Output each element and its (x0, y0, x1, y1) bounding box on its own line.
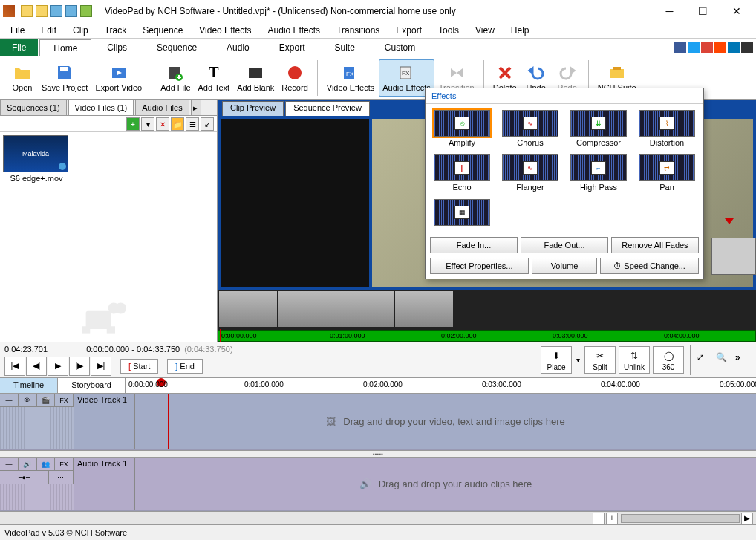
effect-distortion[interactable]: ⌇Distortion (635, 108, 699, 149)
linkedin-icon[interactable] (728, 42, 740, 53)
timeline-ruler[interactable]: 0:00:00.000 0:01:00.000 0:02:00.000 0:03… (126, 378, 756, 393)
effect-compressor[interactable]: ⇊Compressor (567, 108, 630, 149)
bin-list-icon[interactable]: ☰ (186, 117, 199, 131)
qat-save-icon[interactable] (50, 5, 62, 17)
start-button[interactable]: [Start (120, 359, 158, 374)
atrack-more-button[interactable]: ⋯ (49, 471, 74, 484)
goto-end-button[interactable]: ▶| (91, 357, 111, 376)
menu-video-effects[interactable]: Video Effects (192, 24, 258, 37)
bin-tab-audio-files[interactable]: Audio Files (135, 100, 189, 115)
atrack-collapse-button[interactable]: — (0, 458, 19, 470)
zoom-in-button[interactable]: 🔍 (716, 352, 732, 368)
audio-track-body[interactable]: 🔊 Drag and drop your audio clips here (135, 458, 756, 510)
maximize-button[interactable]: ☐ (686, 0, 720, 22)
effect-chorus[interactable]: ∿Chorus (498, 108, 562, 149)
volume-button[interactable]: Volume (532, 258, 598, 274)
tab-suite[interactable]: Suite (320, 39, 368, 56)
menu-edit[interactable]: Edit (33, 24, 64, 37)
place-button[interactable]: ⬇Place (541, 346, 572, 374)
stumble-icon[interactable] (714, 42, 726, 53)
fade-in-button[interactable]: Fade In... (430, 237, 518, 253)
qat-undo-icon[interactable] (65, 5, 77, 17)
effect-reverb[interactable]: ▦ (430, 198, 494, 227)
menu-tools[interactable]: Tools (431, 24, 466, 37)
place-dropdown[interactable]: ▾ (575, 356, 581, 364)
save-project-button[interactable]: Save Project (39, 59, 91, 97)
tab-export[interactable]: Export (265, 39, 319, 56)
add-file-button[interactable]: Add File (157, 59, 193, 97)
atrack-volume-slider[interactable]: ━●━ (0, 471, 49, 484)
play-button[interactable]: ▶ (48, 357, 68, 376)
facebook-icon[interactable] (674, 42, 686, 53)
h-scrollbar[interactable] (621, 514, 740, 523)
bin-tab-more[interactable]: ▸ (191, 100, 201, 115)
unlink-button[interactable]: ⇅Unlink (619, 346, 650, 374)
fade-out-button[interactable]: Fade Out... (521, 237, 608, 253)
open-button[interactable]: Open (7, 59, 37, 97)
tab-home[interactable]: Home (39, 39, 91, 56)
track-fx-button[interactable]: FX (55, 394, 74, 406)
preview-tab-clip[interactable]: Clip Preview (222, 101, 284, 116)
filmstrip-thumb[interactable] (395, 291, 453, 327)
minimize-button[interactable]: ─ (653, 0, 686, 22)
bin-place-icon[interactable]: ↙ (201, 117, 214, 131)
video-effects-button[interactable]: FXVideo Effects (324, 59, 377, 97)
remove-fades-button[interactable]: Remove All Fades (611, 237, 699, 253)
twitter-icon[interactable] (688, 42, 700, 53)
delicious-icon[interactable] (741, 42, 753, 53)
export-video-button[interactable]: Export Video (92, 59, 145, 97)
track-splitter[interactable]: ▪▪▪▪▪ (0, 450, 756, 458)
bin-tab-video-files[interactable]: Video Files (1) (68, 100, 134, 115)
preview-tab-sequence[interactable]: Sequence Preview (285, 101, 370, 116)
add-text-button[interactable]: TAdd Text (195, 59, 233, 97)
bin-tab-sequences[interactable]: Sequences (1) (0, 100, 67, 115)
atrack-mute-button[interactable]: 🔊 (19, 458, 37, 470)
filmstrip[interactable] (218, 290, 756, 330)
googleplus-icon[interactable] (701, 42, 713, 53)
menu-file[interactable]: File (3, 24, 32, 37)
effect-flanger[interactable]: ∿Flanger (498, 153, 562, 193)
clip-item[interactable]: Malavida S6 edge+.mov (3, 135, 70, 183)
menu-help[interactable]: Help (504, 24, 537, 37)
goto-start-button[interactable]: |◀ (4, 357, 25, 376)
track-collapse-button[interactable]: — (0, 394, 19, 406)
speed-change-button[interactable]: ⏱ Speed Change... (600, 258, 699, 274)
effect-pan[interactable]: ⇄Pan (635, 153, 699, 193)
step-back-button[interactable]: ◀| (26, 357, 47, 376)
video-track-body[interactable]: 🖼 Drag and drop your video, text and ima… (135, 394, 756, 449)
end-button[interactable]: ]End (167, 359, 203, 374)
360-button[interactable]: ◯360 (653, 346, 684, 374)
record-button[interactable]: Record (278, 59, 310, 97)
step-fwd-button[interactable]: |▶ (69, 357, 90, 376)
menu-audio-effects[interactable]: Audio Effects (261, 24, 328, 37)
effect-properties-button[interactable]: Effect Properties... (430, 258, 529, 274)
overflow-button[interactable]: » (735, 352, 752, 368)
menu-view[interactable]: View (468, 24, 502, 37)
filmstrip-thumb[interactable] (219, 291, 277, 327)
file-tab[interactable]: File (0, 39, 38, 56)
scroll-right-icon[interactable]: ▶ (741, 513, 753, 524)
qat-redo-icon[interactable] (80, 5, 92, 17)
bin-dropdown-icon[interactable]: ▾ (141, 117, 154, 131)
preview-ruler[interactable]: 0:00:00.000 0:01:00.000 0:02:00.000 0:03… (218, 330, 756, 342)
audio-track-label[interactable]: Audio Track 1 (74, 458, 135, 510)
effect-echo[interactable]: ‖Echo (430, 153, 494, 193)
timeline-tab[interactable]: Timeline (0, 378, 58, 393)
timeline-scroll-zoom[interactable]: − + ▶ (0, 511, 756, 524)
bin-add-icon[interactable]: + (126, 117, 140, 131)
storyboard-tab[interactable]: Storyboard (58, 378, 126, 393)
bin-body[interactable]: Malavida S6 edge+.mov (0, 132, 217, 342)
zoom-fit-button[interactable]: ⤢ (697, 352, 713, 368)
bin-remove-icon[interactable]: ✕ (156, 117, 169, 131)
split-button[interactable]: ✂Split (584, 346, 616, 374)
atrack-solo-button[interactable]: 👥 (37, 458, 56, 470)
zoom-out-icon[interactable]: − (593, 513, 605, 524)
add-blank-button[interactable]: Add Blank (234, 59, 277, 97)
menu-track[interactable]: Track (97, 24, 134, 37)
menu-export[interactable]: Export (388, 24, 429, 37)
bin-folder-icon[interactable]: 📁 (171, 117, 184, 131)
tab-custom[interactable]: Custom (371, 39, 429, 56)
effect-highpass[interactable]: ⌐High Pass (567, 153, 630, 193)
filmstrip-thumb[interactable] (278, 291, 336, 327)
menu-transitions[interactable]: Transitions (329, 24, 387, 37)
